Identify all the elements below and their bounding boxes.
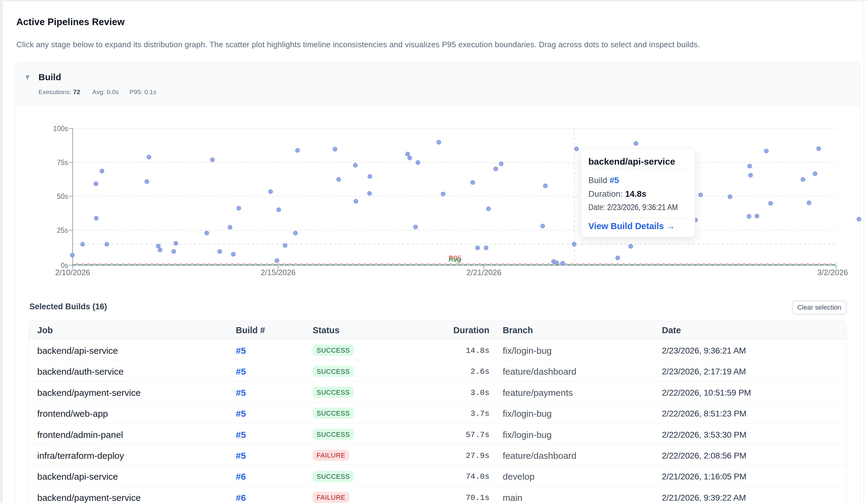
svg-text:50s: 50s [57, 193, 68, 201]
svg-text:75s: 75s [57, 158, 68, 166]
svg-text:2/21/2026: 2/21/2026 [466, 268, 502, 277]
svg-text:3/2/2026: 3/2/2026 [817, 268, 848, 277]
svg-text:2/15/2026: 2/15/2026 [261, 268, 296, 277]
svg-text:2/10/2026: 2/10/2026 [55, 268, 90, 277]
svg-text:25s: 25s [57, 226, 68, 234]
svg-text:100s: 100s [53, 125, 68, 133]
svg-text:Avg: Avg [448, 255, 461, 263]
